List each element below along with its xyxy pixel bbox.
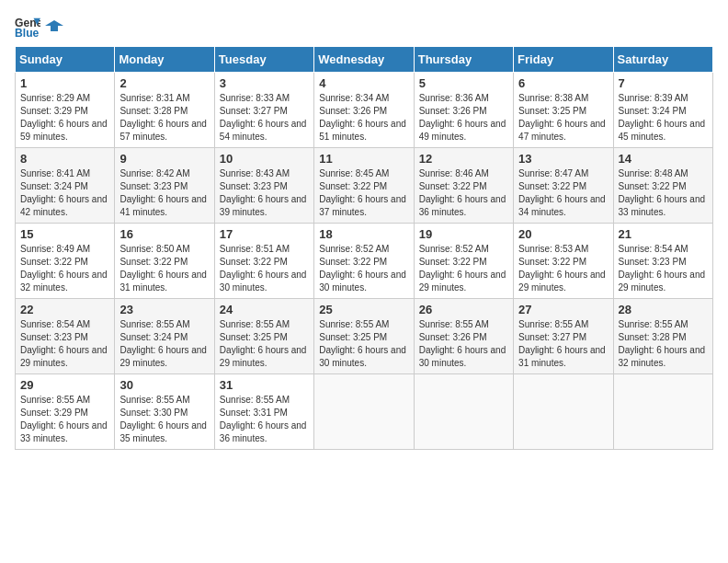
day-detail: Sunrise: 8:43 AM Sunset: 3:23 PM Dayligh… xyxy=(220,168,307,217)
day-number: 22 xyxy=(20,303,109,316)
svg-marker-3 xyxy=(45,20,63,31)
day-number: 31 xyxy=(220,378,309,392)
day-detail: Sunrise: 8:53 AM Sunset: 3:22 PM Dayligh… xyxy=(518,244,606,293)
day-number: 15 xyxy=(20,227,109,241)
day-detail: Sunrise: 8:41 AM Sunset: 3:24 PM Dayligh… xyxy=(20,168,108,217)
day-detail: Sunrise: 8:55 AM Sunset: 3:30 PM Dayligh… xyxy=(119,395,207,443)
day-number: 14 xyxy=(619,152,708,166)
day-number: 11 xyxy=(319,152,408,166)
calendar-day-cell: 19 Sunrise: 8:52 AM Sunset: 3:22 PM Dayl… xyxy=(414,224,513,299)
calendar-day-cell: 1 Sunrise: 8:29 AM Sunset: 3:29 PM Dayli… xyxy=(16,73,115,148)
calendar-table: SundayMondayTuesdayWednesdayThursdayFrid… xyxy=(15,46,713,450)
calendar-day-cell: 31 Sunrise: 8:55 AM Sunset: 3:31 PM Dayl… xyxy=(214,374,313,450)
day-detail: Sunrise: 8:46 AM Sunset: 3:22 PM Dayligh… xyxy=(419,168,506,217)
calendar-day-cell xyxy=(414,374,513,450)
day-number: 24 xyxy=(220,303,309,316)
day-number: 26 xyxy=(419,303,508,316)
calendar-day-cell xyxy=(514,374,613,450)
calendar-day-cell: 7 Sunrise: 8:39 AM Sunset: 3:24 PM Dayli… xyxy=(613,73,712,148)
calendar-week-row: 29 Sunrise: 8:55 AM Sunset: 3:29 PM Dayl… xyxy=(16,374,713,450)
day-number: 1 xyxy=(20,76,109,90)
weekday-header-thursday: Thursday xyxy=(414,47,513,73)
day-number: 2 xyxy=(119,76,209,90)
day-detail: Sunrise: 8:55 AM Sunset: 3:28 PM Dayligh… xyxy=(619,319,706,368)
calendar-day-cell: 25 Sunrise: 8:55 AM Sunset: 3:25 PM Dayl… xyxy=(314,299,414,374)
day-number: 5 xyxy=(419,76,508,90)
calendar-day-cell: 5 Sunrise: 8:36 AM Sunset: 3:26 PM Dayli… xyxy=(414,73,513,148)
day-detail: Sunrise: 8:47 AM Sunset: 3:22 PM Dayligh… xyxy=(518,168,606,217)
day-number: 6 xyxy=(518,76,608,90)
day-number: 27 xyxy=(518,303,608,316)
day-detail: Sunrise: 8:55 AM Sunset: 3:24 PM Dayligh… xyxy=(119,319,207,368)
day-number: 4 xyxy=(319,76,408,90)
day-detail: Sunrise: 8:55 AM Sunset: 3:29 PM Dayligh… xyxy=(20,395,108,443)
weekday-header-wednesday: Wednesday xyxy=(314,47,414,73)
page-header: General Blue xyxy=(15,15,713,40)
day-number: 16 xyxy=(119,227,209,241)
calendar-day-cell xyxy=(613,374,712,450)
weekday-header-sunday: Sunday xyxy=(16,47,115,73)
day-detail: Sunrise: 8:55 AM Sunset: 3:25 PM Dayligh… xyxy=(319,319,406,368)
day-detail: Sunrise: 8:38 AM Sunset: 3:25 PM Dayligh… xyxy=(518,93,606,142)
day-detail: Sunrise: 8:54 AM Sunset: 3:23 PM Dayligh… xyxy=(20,319,108,368)
logo: General Blue xyxy=(15,15,64,40)
weekday-header-friday: Friday xyxy=(514,47,613,73)
calendar-day-cell: 28 Sunrise: 8:55 AM Sunset: 3:28 PM Dayl… xyxy=(613,299,712,374)
calendar-day-cell: 30 Sunrise: 8:55 AM Sunset: 3:30 PM Dayl… xyxy=(115,374,214,450)
day-detail: Sunrise: 8:51 AM Sunset: 3:22 PM Dayligh… xyxy=(220,244,307,293)
calendar-day-cell: 14 Sunrise: 8:48 AM Sunset: 3:22 PM Dayl… xyxy=(613,148,712,224)
day-detail: Sunrise: 8:36 AM Sunset: 3:26 PM Dayligh… xyxy=(419,93,506,142)
day-detail: Sunrise: 8:34 AM Sunset: 3:26 PM Dayligh… xyxy=(319,93,406,142)
day-number: 17 xyxy=(220,227,309,241)
calendar-day-cell xyxy=(314,374,414,450)
day-number: 8 xyxy=(20,152,109,166)
calendar-day-cell: 15 Sunrise: 8:49 AM Sunset: 3:22 PM Dayl… xyxy=(16,224,115,299)
day-detail: Sunrise: 8:52 AM Sunset: 3:22 PM Dayligh… xyxy=(419,244,506,293)
day-detail: Sunrise: 8:39 AM Sunset: 3:24 PM Dayligh… xyxy=(619,93,706,142)
calendar-day-cell: 2 Sunrise: 8:31 AM Sunset: 3:28 PM Dayli… xyxy=(115,73,214,148)
day-number: 25 xyxy=(319,303,408,316)
logo-icon: General Blue xyxy=(15,15,40,40)
calendar-day-cell: 24 Sunrise: 8:55 AM Sunset: 3:25 PM Dayl… xyxy=(214,299,313,374)
day-number: 30 xyxy=(119,378,209,392)
calendar-day-cell: 6 Sunrise: 8:38 AM Sunset: 3:25 PM Dayli… xyxy=(514,73,613,148)
day-detail: Sunrise: 8:52 AM Sunset: 3:22 PM Dayligh… xyxy=(319,244,406,293)
day-detail: Sunrise: 8:42 AM Sunset: 3:23 PM Dayligh… xyxy=(119,168,207,217)
calendar-week-row: 8 Sunrise: 8:41 AM Sunset: 3:24 PM Dayli… xyxy=(16,148,713,224)
day-number: 10 xyxy=(220,152,309,166)
day-number: 3 xyxy=(220,76,309,90)
day-detail: Sunrise: 8:45 AM Sunset: 3:22 PM Dayligh… xyxy=(319,168,406,217)
day-number: 9 xyxy=(119,152,209,166)
day-detail: Sunrise: 8:29 AM Sunset: 3:29 PM Dayligh… xyxy=(20,93,108,142)
day-number: 7 xyxy=(619,76,708,90)
calendar-day-cell: 21 Sunrise: 8:54 AM Sunset: 3:23 PM Dayl… xyxy=(613,224,712,299)
day-detail: Sunrise: 8:49 AM Sunset: 3:22 PM Dayligh… xyxy=(20,244,108,293)
logo-bird-icon xyxy=(45,18,63,37)
calendar-day-cell: 16 Sunrise: 8:50 AM Sunset: 3:22 PM Dayl… xyxy=(115,224,214,299)
calendar-day-cell: 23 Sunrise: 8:55 AM Sunset: 3:24 PM Dayl… xyxy=(115,299,214,374)
day-detail: Sunrise: 8:33 AM Sunset: 3:27 PM Dayligh… xyxy=(220,93,307,142)
calendar-day-cell: 22 Sunrise: 8:54 AM Sunset: 3:23 PM Dayl… xyxy=(16,299,115,374)
calendar-day-cell: 17 Sunrise: 8:51 AM Sunset: 3:22 PM Dayl… xyxy=(214,224,313,299)
svg-text:Blue: Blue xyxy=(15,27,40,40)
calendar-day-cell: 10 Sunrise: 8:43 AM Sunset: 3:23 PM Dayl… xyxy=(214,148,313,224)
weekday-header-saturday: Saturday xyxy=(613,47,712,73)
calendar-day-cell: 4 Sunrise: 8:34 AM Sunset: 3:26 PM Dayli… xyxy=(314,73,414,148)
calendar-day-cell: 9 Sunrise: 8:42 AM Sunset: 3:23 PM Dayli… xyxy=(115,148,214,224)
day-detail: Sunrise: 8:55 AM Sunset: 3:27 PM Dayligh… xyxy=(518,319,606,368)
calendar-week-row: 15 Sunrise: 8:49 AM Sunset: 3:22 PM Dayl… xyxy=(16,224,713,299)
calendar-day-cell: 12 Sunrise: 8:46 AM Sunset: 3:22 PM Dayl… xyxy=(414,148,513,224)
day-number: 29 xyxy=(20,378,109,392)
calendar-day-cell: 11 Sunrise: 8:45 AM Sunset: 3:22 PM Dayl… xyxy=(314,148,414,224)
day-number: 21 xyxy=(619,227,708,241)
weekday-header-row: SundayMondayTuesdayWednesdayThursdayFrid… xyxy=(16,47,713,73)
calendar-day-cell: 8 Sunrise: 8:41 AM Sunset: 3:24 PM Dayli… xyxy=(16,148,115,224)
day-number: 12 xyxy=(419,152,508,166)
calendar-day-cell: 3 Sunrise: 8:33 AM Sunset: 3:27 PM Dayli… xyxy=(214,73,313,148)
day-detail: Sunrise: 8:31 AM Sunset: 3:28 PM Dayligh… xyxy=(119,93,207,142)
day-detail: Sunrise: 8:54 AM Sunset: 3:23 PM Dayligh… xyxy=(619,244,706,293)
calendar-week-row: 22 Sunrise: 8:54 AM Sunset: 3:23 PM Dayl… xyxy=(16,299,713,374)
day-number: 23 xyxy=(119,303,209,316)
day-number: 13 xyxy=(518,152,608,166)
weekday-header-monday: Monday xyxy=(115,47,214,73)
